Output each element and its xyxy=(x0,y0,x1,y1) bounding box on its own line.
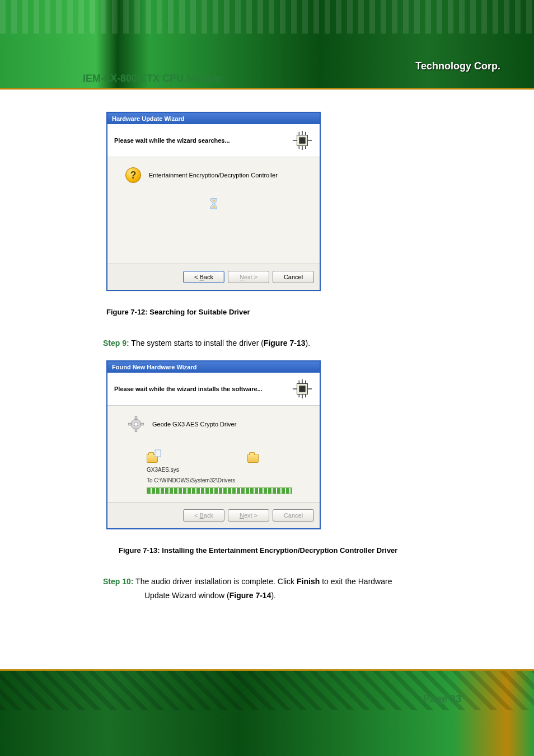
brand-text: Technology Corp. xyxy=(415,60,500,72)
device-label: Entertainment Encryption/Decryption Cont… xyxy=(149,172,278,179)
step-10-label: Step 10: xyxy=(103,577,133,586)
next-button[interactable]: Next > xyxy=(228,509,269,522)
cancel-button[interactable]: Cancel xyxy=(273,271,314,283)
back-button[interactable]: < Back xyxy=(183,271,224,283)
question-mark-icon: ? xyxy=(125,167,141,183)
step-10-text-c: Update Wizard window ( xyxy=(144,591,229,600)
driver-name: Geode GX3 AES Crypto Driver xyxy=(152,421,236,428)
page-content: Hardware Update Wizard Please wait while… xyxy=(0,90,534,603)
back-button[interactable]: < Back xyxy=(183,509,224,522)
wizard-body: ? Entertainment Encryption/Decryption Co… xyxy=(107,157,320,264)
svg-rect-23 xyxy=(135,429,137,432)
svg-rect-25 xyxy=(141,423,144,425)
folder-row xyxy=(147,454,312,463)
figure-7-13-caption: Figure 7-13: Installing the Entertainmen… xyxy=(119,546,467,555)
wizard-titlebar: Found New Hardware Wizard xyxy=(107,361,320,373)
file-copy-area: GX3AES.sys To C:\WINDOWS\System32\Driver… xyxy=(147,454,312,494)
page-number: Page 93 xyxy=(423,693,461,705)
step-10: Step 10: The audio driver installation i… xyxy=(103,575,467,603)
progress-bar xyxy=(147,487,292,494)
svg-rect-24 xyxy=(128,423,131,425)
wizard-body: Geode GX3 AES Crypto Driver GX3AES.sys T… xyxy=(107,406,320,502)
device-chip-icon xyxy=(292,130,313,151)
wizard-footer: < Back Next > Cancel xyxy=(107,502,320,528)
wizard-header: Please wait while the wizard searches... xyxy=(107,124,320,157)
step-9-text-a: The system starts to install the driver … xyxy=(131,339,264,348)
hardware-update-wizard: Hardware Update Wizard Please wait while… xyxy=(106,112,321,291)
step-10-text-d: ). xyxy=(271,591,276,600)
found-new-hardware-wizard: Found New Hardware Wizard Please wait wh… xyxy=(106,360,321,529)
svg-point-21 xyxy=(134,422,138,426)
step-9-label: Step 9: xyxy=(103,339,129,348)
device-row: ? Entertainment Encryption/Decryption Co… xyxy=(125,167,312,183)
header-banner: Technology Corp. xyxy=(0,0,534,90)
cancel-button[interactable]: Cancel xyxy=(273,509,314,522)
step-9-text-b: ). xyxy=(306,339,311,348)
figure-7-12-caption: Figure 7-12: Searching for Suitable Driv… xyxy=(106,308,467,316)
copy-destination: To C:\WINDOWS\System32\Drivers xyxy=(147,477,312,484)
svg-rect-1 xyxy=(299,137,305,143)
svg-rect-26 xyxy=(155,450,161,457)
wizard-titlebar: Hardware Update Wizard xyxy=(107,113,320,124)
next-button[interactable]: Next > xyxy=(228,271,269,283)
step-10-figure-ref: Figure 7-14 xyxy=(229,591,271,600)
footer-banner: Page 93 xyxy=(0,669,534,756)
dest-folder-icon xyxy=(247,454,259,463)
copy-file-name: GX3AES.sys xyxy=(147,466,312,473)
svg-rect-11 xyxy=(299,386,305,392)
svg-rect-22 xyxy=(135,416,137,419)
install-row: Geode GX3 AES Crypto Driver xyxy=(128,416,312,433)
hourglass-icon xyxy=(208,198,220,210)
gear-icon xyxy=(128,416,144,433)
wizard-heading: Please wait while the wizard searches... xyxy=(114,137,230,144)
step-9-figure-ref: Figure 7-13 xyxy=(264,339,306,348)
document-title: IEM-LX-800 ETX CPU Module xyxy=(83,73,222,84)
document-fly-icon xyxy=(154,449,162,457)
wizard-footer: < Back Next > Cancel xyxy=(107,264,320,290)
step-10-text-a: The audio driver installation is complet… xyxy=(135,577,297,586)
wizard-heading: Please wait while the wizard installs th… xyxy=(114,386,263,392)
step-10-finish: Finish xyxy=(297,577,320,586)
step-9: Step 9: The system starts to install the… xyxy=(103,336,467,350)
device-chip-icon xyxy=(292,378,313,400)
wizard-header: Please wait while the wizard installs th… xyxy=(107,373,320,406)
step-10-text-b: to exit the Hardware xyxy=(320,577,392,586)
